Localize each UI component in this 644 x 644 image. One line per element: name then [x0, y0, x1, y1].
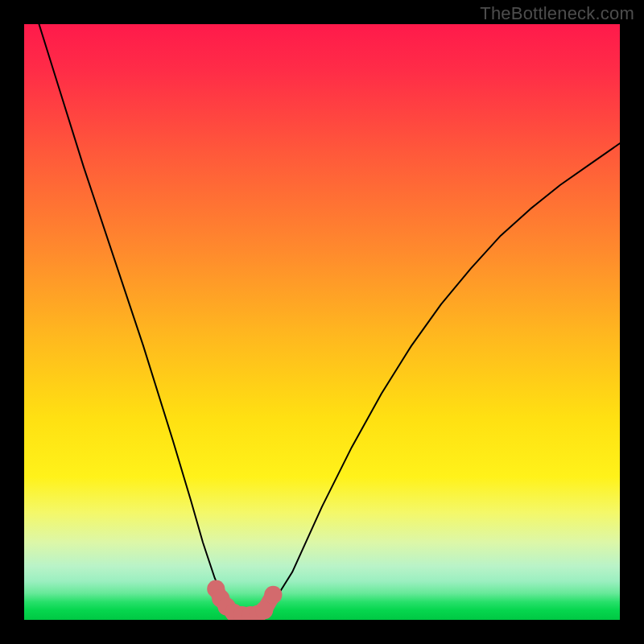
flat-minimum-dots: [207, 580, 282, 620]
curve-layer: [24, 24, 620, 620]
stage: TheBottleneck.com: [0, 0, 644, 644]
bottleneck-curve: [24, 24, 620, 617]
watermark-text: TheBottleneck.com: [480, 3, 634, 24]
highlight-dot: [264, 586, 282, 604]
plot-area: [24, 24, 620, 620]
highlight-dot: [255, 601, 273, 619]
